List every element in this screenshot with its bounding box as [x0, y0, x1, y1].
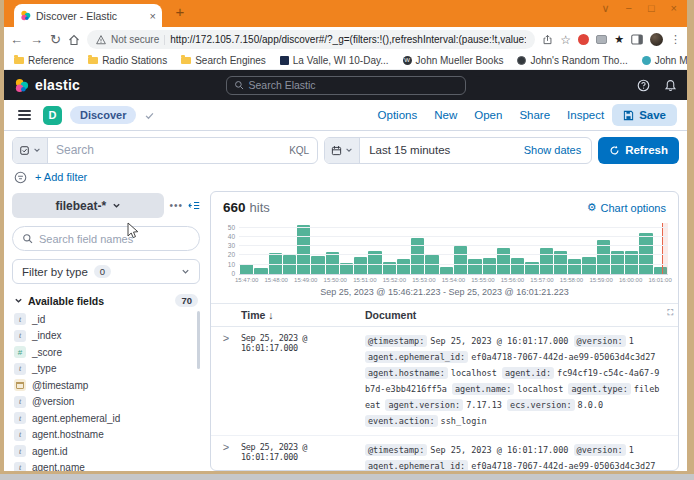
histogram-bar[interactable]: [568, 259, 581, 274]
histogram-bar[interactable]: [454, 246, 467, 274]
bookmark-item[interactable]: Search Engines: [181, 55, 266, 66]
browser-tab[interactable]: Discover - Elastic ×: [14, 4, 162, 27]
doc-field-badge[interactable]: agent.hostname:: [365, 367, 448, 379]
sort-desc-icon[interactable]: ↓: [268, 309, 273, 321]
nav-link-inspect[interactable]: Inspect: [567, 109, 604, 121]
field-item[interactable]: t_id: [14, 311, 200, 328]
available-fields-header[interactable]: Available fields 70: [12, 294, 200, 307]
share-icon[interactable]: [542, 34, 553, 45]
minimize-button[interactable]: −: [625, 2, 631, 15]
histogram-bar[interactable]: [540, 248, 553, 274]
elastic-brand[interactable]: elastic: [14, 77, 80, 93]
reload-icon[interactable]: ↻: [50, 33, 61, 46]
histogram-bar[interactable]: [511, 258, 524, 274]
bookmark-star-icon[interactable]: ☆: [560, 34, 571, 46]
field-item[interactable]: t_type: [14, 361, 200, 378]
profile-avatar[interactable]: [650, 33, 663, 46]
add-filter-button[interactable]: + Add filter: [35, 171, 87, 183]
histogram-bar[interactable]: [254, 268, 267, 274]
field-item[interactable]: tagent.id: [14, 443, 200, 460]
time-range-value[interactable]: Last 15 minutes: [360, 138, 514, 163]
histogram-bar[interactable]: [240, 264, 253, 274]
doc-field-badge[interactable]: @timestamp:: [365, 335, 427, 347]
side-panel-icon[interactable]: [631, 34, 643, 45]
field-item[interactable]: t@version: [14, 394, 200, 411]
filter-menu-icon[interactable]: [14, 171, 27, 184]
tab-search-icon[interactable]: ∨: [601, 2, 609, 15]
field-list-scrollbar[interactable]: [197, 311, 200, 369]
doc-field-badge[interactable]: @timestamp:: [365, 444, 427, 456]
bookmark-item[interactable]: John Mueller Books...: [642, 55, 687, 66]
address-bar[interactable]: Not secure http://172.105.7.150/app/disc…: [87, 30, 535, 49]
histogram-bar[interactable]: [411, 238, 424, 274]
date-quick-select-button[interactable]: [325, 138, 360, 163]
tab-close-icon[interactable]: ×: [150, 10, 156, 22]
expand-row-icon[interactable]: >: [211, 442, 241, 453]
home-icon[interactable]: [68, 34, 80, 46]
field-item[interactable]: tagent.name: [14, 460, 200, 472]
breadcrumb[interactable]: Discover: [70, 106, 136, 124]
expand-table-icon[interactable]: ⛶: [667, 308, 673, 318]
histogram-bar[interactable]: [483, 258, 496, 274]
doc-field-badge[interactable]: agent.ephemeral_id:: [365, 460, 468, 470]
doc-field-badge[interactable]: agent.version:: [385, 399, 463, 411]
histogram-bar[interactable]: [397, 259, 410, 274]
bookmark-item[interactable]: La Valle, WI 10-Day...: [280, 55, 389, 66]
bookmark-item[interactable]: Reference: [14, 55, 74, 66]
show-dates-button[interactable]: Show dates: [514, 144, 591, 156]
global-search-input[interactable]: Search Elastic: [226, 76, 466, 95]
field-item[interactable]: tagent.ephemeral_id: [14, 410, 200, 427]
field-search-input[interactable]: Search field names: [12, 226, 200, 251]
bookmark-item[interactable]: WJohn Mueller Books: [403, 55, 504, 66]
extension-icon-dark[interactable]: ★: [614, 33, 624, 46]
histogram-bar[interactable]: [297, 225, 310, 274]
histogram-bar[interactable]: [582, 257, 595, 274]
histogram-bar[interactable]: [283, 255, 296, 274]
nav-link-share[interactable]: Share: [519, 109, 550, 121]
bookmark-item[interactable]: Radio Stations: [88, 55, 167, 66]
histogram-bar[interactable]: [497, 248, 510, 274]
nav-link-new[interactable]: New: [434, 109, 457, 121]
field-item[interactable]: @timestamp: [14, 377, 200, 394]
space-badge[interactable]: D: [43, 106, 62, 125]
back-icon[interactable]: ←: [10, 33, 23, 46]
chart-options-button[interactable]: ⚙ Chart options: [587, 201, 666, 214]
kql-language-button[interactable]: KQL: [281, 145, 317, 156]
histogram-bar[interactable]: [468, 259, 481, 274]
doc-field-badge[interactable]: ecs.version:: [507, 399, 574, 411]
more-options-icon[interactable]: •••: [169, 200, 183, 211]
query-search-input[interactable]: Search: [48, 138, 281, 163]
histogram-bar[interactable]: [425, 255, 438, 274]
histogram-bar[interactable]: [440, 267, 453, 274]
close-button[interactable]: ×: [671, 2, 677, 15]
url-text[interactable]: http://172.105.7.150/app/discover#/?_g=(…: [170, 34, 526, 45]
menu-hamburger-icon[interactable]: [14, 106, 35, 124]
doc-field-badge[interactable]: @version:: [574, 444, 626, 456]
new-tab-button[interactable]: +: [170, 3, 190, 20]
help-icon[interactable]: [637, 79, 650, 92]
doc-field-badge[interactable]: @version:: [574, 335, 626, 347]
extension-icon-gray[interactable]: [596, 35, 607, 44]
nav-link-open[interactable]: Open: [474, 109, 502, 121]
expand-row-icon[interactable]: >: [211, 333, 241, 344]
alerts-bell-icon[interactable]: [664, 79, 677, 92]
refresh-button[interactable]: Refresh: [598, 137, 679, 164]
doc-field-badge[interactable]: event.action:: [365, 415, 438, 427]
histogram-bar[interactable]: [354, 257, 367, 274]
field-item[interactable]: tagent.hostname: [14, 427, 200, 444]
doc-field-badge[interactable]: agent.ephemeral_id:: [365, 351, 468, 363]
saved-query-menu-button[interactable]: [13, 138, 48, 163]
index-pattern-switcher[interactable]: filebeat-*: [12, 193, 164, 218]
doc-field-badge[interactable]: agent.id:: [502, 367, 554, 379]
bookmark-item[interactable]: John's Random Tho...: [517, 55, 627, 66]
time-column-header[interactable]: Time ↓: [241, 309, 365, 321]
security-label[interactable]: Not secure: [111, 34, 159, 45]
doc-field-badge[interactable]: agent.type:: [568, 383, 630, 395]
forward-icon[interactable]: →: [30, 33, 43, 46]
histogram-bar[interactable]: [311, 256, 324, 274]
filter-by-type-select[interactable]: Filter by type 0: [12, 259, 200, 284]
nav-link-options[interactable]: Options: [378, 109, 418, 121]
doc-field-badge[interactable]: agent.name:: [452, 383, 514, 395]
extension-icon-red[interactable]: [578, 34, 589, 45]
field-item[interactable]: #_score: [14, 344, 200, 361]
